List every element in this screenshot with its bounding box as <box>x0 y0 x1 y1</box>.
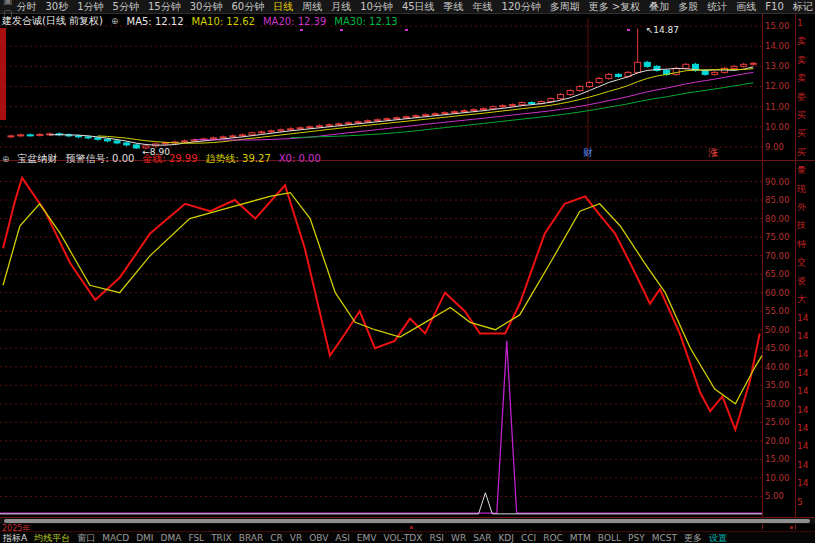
svg-text:13.00: 13.00 <box>765 61 789 71</box>
indicator-tab[interactable]: MTM <box>570 533 591 543</box>
toolbar-action[interactable]: F10 <box>765 0 783 13</box>
date-axis: 2025年 <box>0 524 815 531</box>
ma-value: MA10: 12.62 <box>192 16 255 27</box>
period-tab[interactable]: 分时 <box>16 0 36 13</box>
svg-text:10.00: 10.00 <box>765 122 789 132</box>
period-tab[interactable]: 60分钟 <box>231 0 264 13</box>
expand-icon[interactable]: ⊕ <box>111 16 119 26</box>
indicator-tab[interactable]: MACD <box>102 533 129 543</box>
svg-text:60.00: 60.00 <box>765 288 789 298</box>
indicator-tab[interactable]: WR <box>451 533 466 543</box>
oscillator-chart[interactable]: 5.0010.0015.0020.0025.0030.0035.0040.004… <box>0 163 815 518</box>
toolbar-action[interactable]: 复权 <box>620 0 640 13</box>
indicator-tab[interactable]: ROC <box>543 533 563 543</box>
period-tab[interactable]: 多周期 <box>550 0 580 13</box>
period-tab[interactable]: 45日线 <box>402 0 435 13</box>
indicator-value: 趋势线: 39.27 <box>206 153 271 164</box>
quote-strip-text: 现 <box>797 180 815 198</box>
svg-text:9.00: 9.00 <box>765 142 784 152</box>
stock-app-window: ▣ ▢ 分时30秒1分钟5分钟15分钟30分钟60分钟日线周线月线10分钟45日… <box>0 0 815 543</box>
svg-text:15.00: 15.00 <box>765 21 789 31</box>
indicator-tab[interactable]: 指标A <box>3 532 27 543</box>
indicator-tab[interactable]: 均线平台 <box>34 532 70 543</box>
indicator-bar: 指标A均线平台窗口MACDDMIDMAFSLTRIXBRARCRVROBVASI… <box>0 531 815 543</box>
indicator-name[interactable]: 宝盆纳财 <box>18 152 58 166</box>
indicator-tab[interactable]: DMI <box>136 533 153 543</box>
indicator-tab[interactable]: DMA <box>161 533 182 543</box>
quote-panel-strip[interactable]: 1卖卖卖委买买买量现外技特交资大141414141414141414145 <box>797 14 815 530</box>
svg-text:85.00: 85.00 <box>765 195 789 205</box>
quote-strip-text: 量 <box>797 161 815 179</box>
indicator-tab[interactable]: ASI <box>335 533 350 543</box>
period-tab[interactable]: 30秒 <box>45 0 68 13</box>
expand-icon[interactable]: ⊕ <box>2 154 10 164</box>
toolbar-actions: 复权叠加多股统计画线F10标记+自选返回 <box>620 0 815 13</box>
quote-strip-text: 14 <box>797 456 815 474</box>
indicator-value: 预警信号: 0.00 <box>66 153 135 164</box>
quote-strip-text: 资 <box>797 272 815 290</box>
indicator-tab[interactable]: VOL-TDX <box>383 533 422 543</box>
panel-divider <box>795 14 796 530</box>
indicator-tab[interactable]: 更多 <box>684 532 702 543</box>
quote-strip-text: 14 <box>797 474 815 492</box>
period-tab[interactable]: 120分钟 <box>502 0 541 13</box>
indicator-tab[interactable]: OBV <box>309 533 328 543</box>
quote-strip-text: 交 <box>797 253 815 271</box>
chart-scrollbar-thumb[interactable] <box>4 519 810 523</box>
svg-text:20.00: 20.00 <box>765 436 789 446</box>
left-banner-strip <box>0 28 6 120</box>
indicator-tab[interactable]: EMV <box>357 533 377 543</box>
period-tab[interactable]: 年线 <box>473 0 493 13</box>
quote-strip-text: 14 <box>797 382 815 400</box>
indicator-tab[interactable]: 设置 <box>709 532 727 543</box>
toolbar-action[interactable]: 标记 <box>793 0 813 13</box>
period-tab[interactable]: 5分钟 <box>113 0 139 13</box>
period-tab[interactable]: 月线 <box>331 0 351 13</box>
indicator-value: X0: 0.00 <box>279 153 321 164</box>
quote-strip-text: 委 <box>797 88 815 106</box>
indicator-values: 预警信号: 0.00金线: 29.99趋势线: 39.27X0: 0.00 <box>66 152 329 166</box>
toolbar-action[interactable]: 画线 <box>736 0 756 13</box>
indicator-tab[interactable]: MCST <box>652 533 677 543</box>
date-tick <box>790 526 793 529</box>
candlestick-chart[interactable]: 9.0010.0011.0012.0013.0014.0015.00↖14.87… <box>0 18 815 160</box>
indicator-tab[interactable]: CR <box>270 533 283 543</box>
indicator-tab[interactable]: RSI <box>429 533 444 543</box>
svg-text:10.00: 10.00 <box>765 473 789 483</box>
toolbar-action[interactable]: 多股 <box>678 0 698 13</box>
indicator-tab[interactable]: KDJ <box>498 533 514 543</box>
ma-value: MA20: 12.39 <box>263 16 326 27</box>
indicator-tab[interactable]: CCI <box>521 533 536 543</box>
svg-text:45.00: 45.00 <box>765 343 789 353</box>
quote-strip-text: 5 <box>797 493 815 511</box>
period-tab[interactable]: 15分钟 <box>148 0 181 13</box>
period-tab[interactable]: 季线 <box>444 0 464 13</box>
svg-text:14.00: 14.00 <box>765 41 789 51</box>
quote-strip-text: 14 <box>797 401 815 419</box>
period-tab[interactable]: 10分钟 <box>360 0 393 13</box>
period-tab[interactable]: 30分钟 <box>190 0 223 13</box>
indicator-tab[interactable]: FSL <box>188 533 204 543</box>
period-tab[interactable]: 1分钟 <box>77 0 103 13</box>
indicator-tab[interactable]: SAR <box>473 533 491 543</box>
period-tab[interactable]: 更多 > <box>589 0 621 13</box>
period-tabs: 分时30秒1分钟5分钟15分钟30分钟60分钟日线周线月线10分钟45日线季线年… <box>16 0 620 13</box>
period-tab[interactable]: 日线 <box>273 0 293 13</box>
toolbar-action[interactable]: 叠加 <box>649 0 669 13</box>
svg-text:5.00: 5.00 <box>765 491 784 501</box>
indicator-tab[interactable]: 窗口 <box>77 532 95 543</box>
svg-text:40.00: 40.00 <box>765 362 789 372</box>
svg-text:11.00: 11.00 <box>765 102 789 112</box>
indicator-tab[interactable]: VR <box>290 533 302 543</box>
indicator-tab[interactable]: BRAR <box>239 533 263 543</box>
period-toolbar: ▣ ▢ 分时30秒1分钟5分钟15分钟30分钟60分钟日线周线月线10分钟45日… <box>0 0 815 14</box>
indicator-tab[interactable]: TRIX <box>211 533 232 543</box>
indicator-tab[interactable]: PSY <box>628 533 645 543</box>
period-tab[interactable]: 周线 <box>302 0 322 13</box>
toolbar-action[interactable]: 统计 <box>707 0 727 13</box>
quote-strip-text: 技 <box>797 216 815 234</box>
svg-text:12.00: 12.00 <box>765 81 789 91</box>
marquee-text: 涨 <box>708 146 718 160</box>
indicator-tab[interactable]: BOLL <box>598 533 621 543</box>
svg-text:25.00: 25.00 <box>765 417 789 427</box>
